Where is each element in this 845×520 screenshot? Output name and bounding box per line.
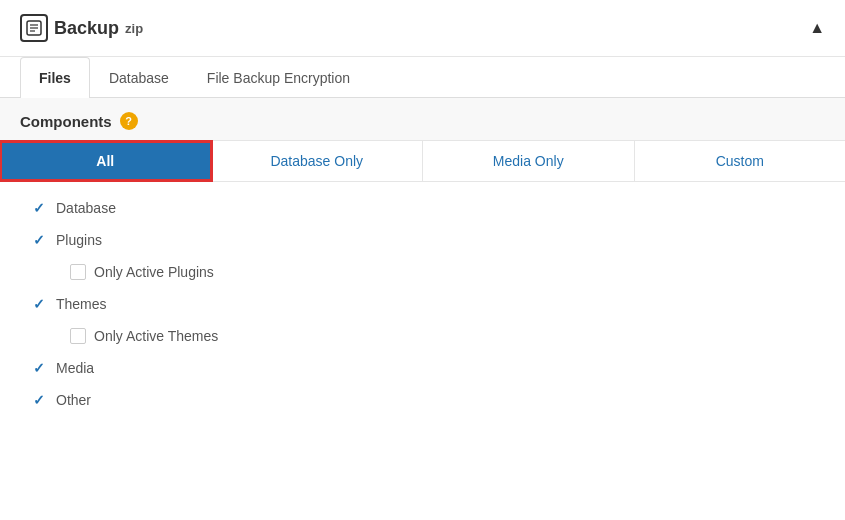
checkbox-only-active-plugins[interactable]	[70, 264, 86, 280]
tab-bar: Files Database File Backup Encryption	[0, 57, 845, 98]
filter-all[interactable]: All	[0, 141, 212, 181]
check-icon-database: ✓	[30, 200, 48, 216]
logo-icon	[20, 14, 48, 42]
list-item-plugins: ✓ Plugins	[30, 224, 815, 256]
list-item-only-active-plugins: Only Active Plugins	[30, 256, 815, 288]
filter-row: All Database Only Media Only Custom	[0, 141, 845, 182]
filter-custom[interactable]: Custom	[635, 141, 846, 181]
tab-file-backup-encryption[interactable]: File Backup Encryption	[188, 57, 369, 98]
logo: Backup zip	[20, 14, 143, 42]
list-item-database: ✓ Database	[30, 192, 815, 224]
label-plugins: Plugins	[56, 232, 102, 248]
components-title: Components	[20, 113, 112, 130]
filter-database-only[interactable]: Database Only	[212, 141, 424, 181]
main-content: Components ? All Database Only Media Onl…	[0, 98, 845, 426]
filter-media-only[interactable]: Media Only	[423, 141, 635, 181]
label-media: Media	[56, 360, 94, 376]
checkbox-only-active-themes[interactable]	[70, 328, 86, 344]
list-item-other: ✓ Other	[30, 384, 815, 416]
header: Backup zip ▲	[0, 0, 845, 57]
check-icon-other: ✓	[30, 392, 48, 408]
label-only-active-themes: Only Active Themes	[94, 328, 218, 344]
check-icon-media: ✓	[30, 360, 48, 376]
collapse-button[interactable]: ▲	[809, 19, 825, 37]
list-item-media: ✓ Media	[30, 352, 815, 384]
tab-files[interactable]: Files	[20, 57, 90, 98]
checklist: ✓ Database ✓ Plugins Only Active Plugins…	[0, 182, 845, 426]
check-icon-themes: ✓	[30, 296, 48, 312]
logo-zip: zip	[125, 21, 143, 36]
label-themes: Themes	[56, 296, 107, 312]
components-header: Components ?	[0, 98, 845, 141]
label-other: Other	[56, 392, 91, 408]
list-item-only-active-themes: Only Active Themes	[30, 320, 815, 352]
logo-text: Backup	[54, 18, 119, 39]
tab-database[interactable]: Database	[90, 57, 188, 98]
list-item-themes: ✓ Themes	[30, 288, 815, 320]
check-icon-plugins: ✓	[30, 232, 48, 248]
label-database: Database	[56, 200, 116, 216]
help-icon[interactable]: ?	[120, 112, 138, 130]
label-only-active-plugins: Only Active Plugins	[94, 264, 214, 280]
